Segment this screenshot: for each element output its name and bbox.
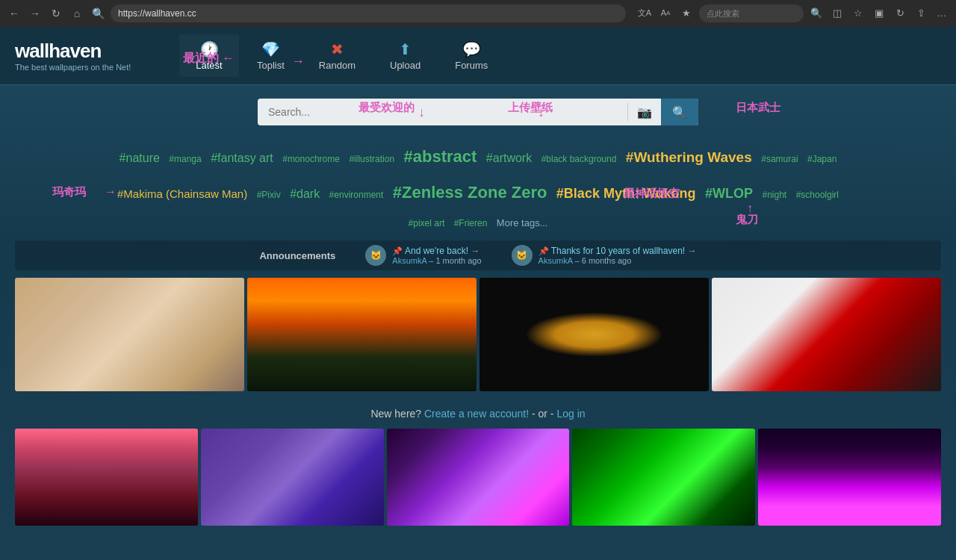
image-card-7[interactable] bbox=[387, 429, 570, 526]
tag-frieren[interactable]: #Frieren bbox=[454, 214, 488, 232]
tag-japan[interactable]: #Japan bbox=[807, 150, 836, 168]
tag-illustration[interactable]: #illustration bbox=[349, 150, 394, 168]
announcement-1-title[interactable]: And we're back! bbox=[405, 246, 468, 256]
tag-wlop[interactable]: #WLOP bbox=[705, 180, 753, 207]
create-account-link[interactable]: Create a new account! bbox=[424, 408, 529, 420]
header: wallhaven The best wallpapers on the Net… bbox=[0, 27, 956, 85]
search-area: 📷 🔍 bbox=[0, 85, 956, 133]
search-input[interactable] bbox=[258, 99, 627, 125]
favorites-icon[interactable]: ☆ bbox=[850, 4, 866, 21]
tag-manga[interactable]: #manga bbox=[169, 150, 201, 168]
tag-pixiv[interactable]: #Pixiv bbox=[257, 186, 281, 204]
image-card-5[interactable] bbox=[15, 429, 198, 526]
image-card-8[interactable] bbox=[572, 429, 755, 526]
nav-tab-latest[interactable]: 🕐 Latest bbox=[179, 34, 239, 77]
latest-label: Latest bbox=[196, 60, 222, 71]
announcement-2-text: 📌 Thanks for 10 years of wallhaven! → Ak… bbox=[538, 246, 697, 265]
nav-tab-upload[interactable]: ⬆ Upload bbox=[373, 34, 437, 77]
font-size-icon[interactable]: AA bbox=[657, 4, 674, 21]
image-card-2[interactable] bbox=[247, 278, 477, 391]
announcement-2-title[interactable]: Thanks for 10 years of wallhaven! bbox=[551, 246, 685, 256]
announcements-label: Announcements bbox=[259, 250, 335, 261]
share-icon[interactable]: ⇧ bbox=[913, 4, 929, 21]
new-here-text: New here? bbox=[370, 408, 421, 420]
tag-environment[interactable]: #environment bbox=[329, 186, 384, 204]
zoom-button[interactable]: 🔍 bbox=[90, 5, 106, 22]
tag-zenless-zone-zero[interactable]: #Zenless Zone Zero bbox=[393, 176, 547, 209]
announcement-2-avatar: 🐱 bbox=[512, 245, 533, 266]
toplist-icon: 💎 bbox=[261, 40, 280, 58]
tag-wuthering-waves[interactable]: #Wuthering Waves bbox=[626, 143, 752, 172]
tag-monochrome[interactable]: #monochrome bbox=[282, 150, 340, 168]
announcement-1-meta: AksumkA – 1 month ago bbox=[392, 256, 481, 265]
announcement-2-meta: AksumkA – 6 months ago bbox=[538, 256, 697, 265]
logo-subtitle: The best wallpapers on the Net! bbox=[15, 63, 179, 72]
tag-more[interactable]: More tags... bbox=[497, 214, 548, 233]
image-card-4[interactable] bbox=[712, 278, 941, 391]
forward-button[interactable]: → bbox=[27, 5, 43, 22]
browser-chrome: ← → ↻ ⌂ 🔍 https://wallhaven.cc 文A AA ★ 点… bbox=[0, 0, 956, 27]
tag-fantasy-art[interactable]: #fantasy art bbox=[211, 146, 273, 170]
url-bar[interactable]: https://wallhaven.cc bbox=[111, 4, 626, 22]
tags-cloud: #nature #manga #fantasy art #monochrome … bbox=[0, 133, 956, 240]
upload-icon: ⬆ bbox=[399, 40, 412, 58]
image-grid-second bbox=[0, 429, 956, 533]
tag-black-myth-wukong[interactable]: #Black Myth: Wukong bbox=[556, 180, 696, 207]
translate-icon[interactable]: 文A bbox=[636, 4, 653, 21]
logo-title[interactable]: wallhaven bbox=[15, 40, 179, 63]
image-grid-main bbox=[0, 270, 956, 399]
image-card-6[interactable] bbox=[201, 429, 384, 526]
tag-nature[interactable]: #nature bbox=[120, 146, 160, 170]
tag-night[interactable]: #night bbox=[762, 186, 786, 204]
browser-search-placeholder: 点此搜索 bbox=[707, 8, 739, 19]
back-button[interactable]: ← bbox=[6, 5, 22, 22]
nav-tab-forums[interactable]: 💬 Forums bbox=[438, 34, 504, 77]
announcement-1: 🐱 📌 And we're back! → AksumkA – 1 month … bbox=[365, 245, 481, 266]
random-icon: ✖ bbox=[331, 40, 344, 58]
tag-makima[interactable]: #Makima (Chainsaw Man) bbox=[117, 183, 247, 205]
random-label: Random bbox=[319, 60, 356, 71]
forums-icon: 💬 bbox=[462, 40, 481, 58]
announcement-1-text: 📌 And we're back! → AksumkA – 1 month ag… bbox=[392, 246, 481, 265]
browser-search-bar[interactable]: 点此搜索 bbox=[699, 4, 804, 22]
camera-search-button[interactable]: 📷 bbox=[628, 99, 661, 125]
nav-tab-toplist[interactable]: 💎 Toplist bbox=[240, 34, 301, 77]
announcement-1-author[interactable]: AksumkA bbox=[392, 256, 426, 265]
collections-icon[interactable]: ▣ bbox=[871, 4, 887, 21]
extensions-icon[interactable]: ◫ bbox=[829, 4, 845, 21]
announcement-2-time: 6 months ago bbox=[582, 256, 632, 265]
tag-pixel-art[interactable]: #pixel art bbox=[409, 214, 445, 232]
announcement-2-author[interactable]: AksumkA bbox=[538, 256, 573, 265]
login-link[interactable]: Log in bbox=[556, 408, 585, 420]
latest-icon: 🕐 bbox=[200, 40, 219, 58]
search-icon[interactable]: 🔍 bbox=[808, 4, 825, 21]
image-card-9[interactable] bbox=[758, 429, 941, 526]
announcement-1-time: 1 month ago bbox=[435, 256, 481, 265]
tag-schoolgirl[interactable]: #schoolgirl bbox=[796, 186, 839, 204]
nav-tabs: 🕐 Latest 💎 Toplist ✖ Random ⬆ Upload 💬 bbox=[179, 34, 504, 77]
tag-dark[interactable]: #dark bbox=[290, 182, 320, 206]
refresh-button[interactable]: ↻ bbox=[48, 5, 64, 22]
more-icon[interactable]: … bbox=[934, 4, 950, 21]
image-card-1[interactable] bbox=[15, 278, 244, 391]
page-content: wallhaven The best wallpapers on the Net… bbox=[0, 27, 956, 560]
new-here-or: - or - bbox=[532, 408, 554, 420]
url-text: https://wallhaven.cc bbox=[118, 8, 196, 19]
announcement-2: 🐱 📌 Thanks for 10 years of wallhaven! → … bbox=[512, 245, 697, 266]
tag-abstract[interactable]: #abstract bbox=[404, 140, 477, 173]
announcement-1-avatar: 🐱 bbox=[365, 245, 386, 266]
forums-label: Forums bbox=[455, 60, 488, 71]
search-submit-button[interactable]: 🔍 bbox=[661, 99, 698, 125]
home-button[interactable]: ⌂ bbox=[69, 5, 85, 22]
logo-area: wallhaven The best wallpapers on the Net… bbox=[15, 40, 179, 72]
tag-samurai[interactable]: #samurai bbox=[761, 150, 798, 168]
new-here-bar: New here? Create a new account! - or - L… bbox=[0, 399, 956, 429]
upload-label: Upload bbox=[390, 60, 420, 71]
tag-artwork[interactable]: #artwork bbox=[486, 146, 532, 170]
image-card-3[interactable] bbox=[479, 278, 709, 391]
bookmark-icon[interactable]: ★ bbox=[678, 4, 695, 21]
nav-tab-random[interactable]: ✖ Random bbox=[302, 34, 372, 77]
tag-black-background[interactable]: #black background bbox=[541, 150, 617, 168]
history-icon[interactable]: ↻ bbox=[892, 4, 908, 21]
toplist-label: Toplist bbox=[257, 60, 285, 71]
